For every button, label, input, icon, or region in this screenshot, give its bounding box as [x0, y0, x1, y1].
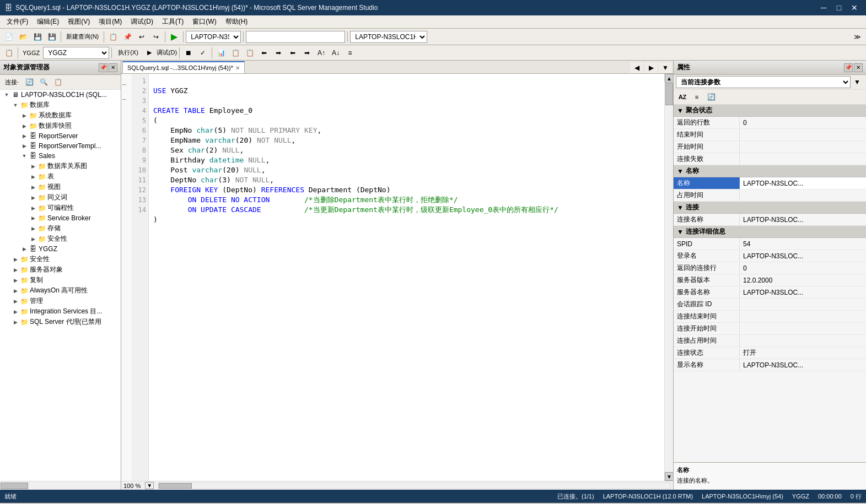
security-sales-expand-icon[interactable]: ▶ [29, 235, 37, 243]
redo-btn[interactable]: ↪ [149, 31, 163, 43]
tree-sys-dbs[interactable]: ▶ 📁 系统数据库 [0, 110, 121, 121]
new-file-btn[interactable]: 📄 [2, 31, 15, 43]
stop-btn[interactable]: ⏹ [182, 47, 195, 59]
tree-service-broker[interactable]: ▶ 📁 Service Broker [0, 213, 121, 223]
prop-section-conn-detail[interactable]: ▼ 连接详细信息 [674, 226, 866, 238]
tree-server-objects[interactable]: ▶ 📁 服务器对象 [0, 264, 121, 275]
oe-hscroll[interactable] [0, 481, 121, 490]
menu-tools[interactable]: 工具(T) [158, 15, 188, 28]
maximize-button[interactable]: □ [832, 2, 846, 13]
tree-sql-agent[interactable]: ▶ 📁 SQL Server 代理(已禁用 [0, 317, 121, 327]
toolbar2-btn2[interactable]: 📋 [229, 47, 242, 59]
sql-agent-expand-icon[interactable]: ▶ [11, 318, 20, 327]
oe-close-btn[interactable]: ✕ [109, 63, 117, 72]
alwayson-expand-icon[interactable]: ▶ [11, 286, 20, 295]
props-dropdown-btn[interactable]: ▼ [851, 76, 864, 88]
prop-section-conn-collapse[interactable]: ▼ [677, 204, 684, 212]
props-cat-btn[interactable]: ≡ [690, 91, 703, 103]
toolbar2-btn7[interactable]: ➡ [300, 47, 314, 59]
tab-scroll-right[interactable]: ▶ [644, 62, 658, 73]
replication-expand-icon[interactable]: ▶ [11, 276, 20, 285]
prop-section-conn-detail-collapse[interactable]: ▼ [677, 228, 684, 236]
menu-help[interactable]: 帮助(H) [221, 15, 252, 28]
db-snap-expand-icon[interactable]: ▶ [20, 122, 29, 131]
tree-db-diagram[interactable]: ▶ 📁 数据库关系图 [0, 161, 121, 171]
collapse-use-icon[interactable]: ─ [122, 82, 133, 88]
props-refresh-btn[interactable]: 🔄 [704, 91, 718, 103]
paste-btn[interactable]: 📌 [121, 31, 134, 43]
prop-section-name-collapse[interactable]: ▼ [677, 167, 684, 175]
tree-alwayson[interactable]: ▶ 📁 AlwaysOn 高可用性 [0, 285, 121, 296]
hscroll-track[interactable] [158, 483, 671, 489]
toolbar-extra-btn[interactable]: ≫ [851, 31, 864, 43]
zoom-down-btn[interactable]: ▼ [145, 482, 154, 489]
undo-btn[interactable]: ↩ [135, 31, 148, 43]
vscroll-up-btn[interactable]: ▲ [665, 74, 673, 83]
open-btn[interactable]: 📂 [17, 31, 30, 43]
connection-combo[interactable]: LAPTOP-N3SL... [186, 31, 241, 43]
copy-btn[interactable]: 📋 [106, 31, 120, 43]
tree-integration[interactable]: ▶ 📁 Integration Services 目... [0, 306, 121, 317]
oe-filter-btn[interactable]: 🔍 [37, 76, 50, 88]
oe-hscroll-thumb[interactable] [1, 483, 28, 489]
tab-list-btn[interactable]: ▼ [659, 62, 672, 73]
save-btn[interactable]: 💾 [31, 31, 44, 43]
sales-expand-icon[interactable]: ▼ [20, 151, 29, 160]
editor-tab-active[interactable]: SQLQuery1.sql -...3SLOC1H\myj (54))* ✕ [122, 61, 245, 73]
props-pin-btn[interactable]: 📌 [844, 63, 853, 72]
menu-window[interactable]: 窗口(W) [188, 15, 220, 28]
toolbar2-btn3[interactable]: 📋 [243, 47, 256, 59]
root-expand-icon[interactable]: ▼ [2, 90, 11, 99]
tab-scroll-left[interactable]: ◀ [630, 62, 643, 73]
collapse-create-icon[interactable]: ─ [122, 96, 133, 102]
tree-security-sales[interactable]: ▶ 📁 安全性 [0, 234, 121, 244]
menu-project[interactable]: 项目(M) [94, 15, 126, 28]
views-expand-icon[interactable]: ▶ [29, 183, 37, 192]
prop-section-aggregate-collapse[interactable]: ▼ [677, 107, 684, 115]
vscroll-thumb[interactable] [665, 83, 673, 105]
prop-section-name[interactable]: ▼ 名称 [674, 165, 866, 177]
execute-sql-btn[interactable]: 执行(X) [114, 47, 142, 59]
editor-vscroll[interactable]: ▲ ▼ [664, 74, 673, 481]
debug-btn[interactable]: ▶ [143, 47, 155, 59]
menu-file[interactable]: 文件(F) [2, 15, 33, 28]
toolbar2-btn6[interactable]: ⬅ [286, 47, 299, 59]
tree-programmability[interactable]: ▶ 📁 可编程性 [0, 203, 121, 213]
tree-replication[interactable]: ▶ 📁 复制 [0, 275, 121, 285]
menu-debug[interactable]: 调试(D) [126, 15, 158, 28]
oe-connect-btn[interactable]: 连接· [2, 76, 21, 88]
save-all-btn[interactable]: 💾 [45, 31, 58, 43]
toolbar2-btn8[interactable]: A↑ [315, 47, 328, 59]
db-diagram-expand-icon[interactable]: ▶ [29, 162, 37, 171]
toolbar2-btn4[interactable]: ⬅ [257, 47, 271, 59]
tree-db-snap[interactable]: ▶ 📁 数据库快照 [0, 121, 121, 131]
tree-report-server-temp[interactable]: ▶ 🗄 ReportServerTempl... [0, 141, 121, 151]
toolbar2-btn5[interactable]: ➡ [272, 47, 285, 59]
tree-storage[interactable]: ▶ 📁 存储 [0, 223, 121, 234]
menu-view[interactable]: 视图(V) [63, 15, 94, 28]
props-close-btn[interactable]: ✕ [854, 63, 863, 72]
synonyms-expand-icon[interactable]: ▶ [29, 193, 37, 202]
toolbar2-btn9[interactable]: A↓ [329, 47, 342, 59]
service-broker-expand-icon[interactable]: ▶ [29, 214, 37, 223]
tree-root[interactable]: ▼ 🖥 LAPTOP-N3SLOC1H (SQL... [0, 90, 121, 100]
report-temp-expand-icon[interactable]: ▶ [20, 142, 29, 150]
storage-expand-icon[interactable]: ▶ [29, 224, 37, 233]
tree-databases[interactable]: ▼ 📁 数据库 [0, 100, 121, 110]
prog-expand-icon[interactable]: ▶ [29, 204, 37, 213]
report-server-expand-icon[interactable]: ▶ [20, 132, 29, 140]
tables-expand-icon[interactable]: ▶ [29, 172, 37, 181]
tree-yggz[interactable]: ▶ 🗄 YGGZ [0, 244, 121, 254]
server-objects-expand-icon[interactable]: ▶ [11, 265, 20, 274]
tree-security-top[interactable]: ▶ 📁 安全性 [0, 254, 121, 264]
tree-report-server[interactable]: ▶ 🗄 ReportServer [0, 131, 121, 141]
oe-pin-btn[interactable]: 📌 [99, 63, 107, 72]
sql-code[interactable]: USE YGGZ CREATE TABLE Employee_0 ( EmpNo… [149, 74, 664, 481]
tab-close-btn[interactable]: ✕ [235, 65, 240, 71]
minimize-button[interactable]: ─ [816, 2, 831, 13]
tree-management[interactable]: ▶ 📁 管理 [0, 296, 121, 306]
management-expand-icon[interactable]: ▶ [11, 297, 20, 306]
oe-refresh-btn[interactable]: 🔄 [23, 76, 36, 88]
databases-expand-icon[interactable]: ▼ [11, 101, 20, 110]
sys-dbs-expand-icon[interactable]: ▶ [20, 111, 29, 120]
